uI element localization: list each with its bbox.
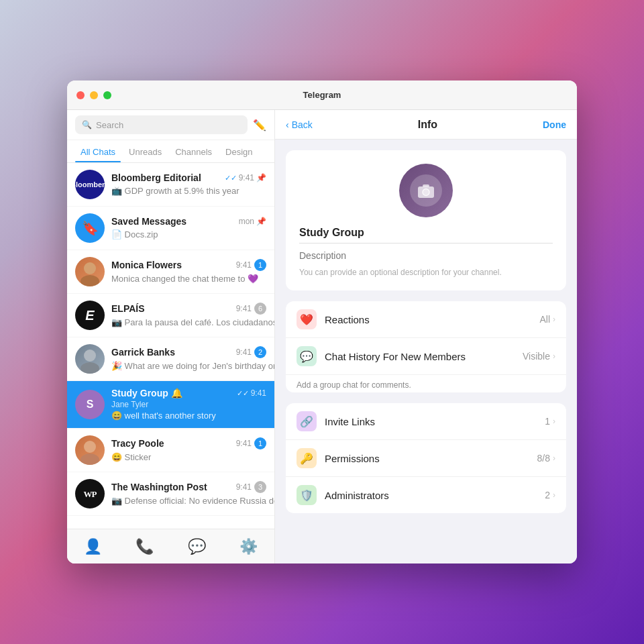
unread-badge: 6 — [254, 303, 266, 315]
group-avatar[interactable] — [399, 164, 453, 217]
chat-preview: 📄 Docs.zip — [111, 229, 158, 239]
list-item[interactable]: Monica Flowers 9:41 1 Monica changed the… — [67, 250, 274, 294]
chat-name: Tracy Poole — [111, 438, 164, 449]
titlebar: Telegram — [67, 80, 577, 110]
chevron-right-icon: › — [553, 417, 555, 426]
chat-time: mon — [239, 217, 254, 226]
chat-name: Monica Flowers — [111, 260, 182, 270]
chat-history-value: Visible — [523, 351, 550, 362]
chat-sender: Jane Tyler — [111, 400, 266, 409]
chat-info: The Washington Post 9:41 3 📷 Defense off… — [111, 481, 266, 506]
chat-preview: 😄 Sticker — [111, 452, 151, 462]
panel-title: Info — [418, 119, 437, 131]
chat-preview: Monica changed the chat theme to 💜 — [111, 274, 258, 284]
contacts-nav-icon[interactable]: 👤 — [84, 538, 102, 555]
settings-reactions-section: ❤️ Reactions All › 💬 Chat History For Ne… — [286, 301, 566, 392]
done-button[interactable]: Done — [543, 119, 566, 130]
svg-point-9 — [423, 189, 429, 196]
chat-info: Bloomberg Editorial ✓✓ 9:41 📌 📺 GDP grow… — [111, 172, 266, 197]
chat-history-label: Chat History For New Members — [325, 351, 466, 362]
chat-name: Study Group 🔔 — [111, 388, 182, 398]
settings-admin-section: 🔗 Invite Links 1 › 🔑 Permissions — [286, 403, 566, 513]
main-content: 🔍 Search ✏️ All Chats Unreads Channels D… — [67, 110, 577, 564]
avatar — [75, 435, 105, 465]
svg-point-0 — [84, 262, 96, 274]
unread-badge: 1 — [254, 259, 266, 271]
chevron-right-icon: › — [553, 453, 555, 463]
reactions-row[interactable]: ❤️ Reactions All › — [286, 301, 566, 338]
list-item[interactable]: Garrick Banks 9:41 2 🎉 What are we doing… — [67, 337, 274, 381]
chats-nav-icon[interactable]: 💬 — [188, 538, 206, 555]
list-item[interactable]: Bloomberg Bloomberg Editorial ✓✓ 9:41 📌 … — [67, 163, 274, 207]
maximize-button[interactable] — [103, 91, 111, 99]
chat-time: 9:41 — [236, 304, 252, 313]
group-name-input[interactable] — [299, 227, 553, 244]
chat-info: Study Group 🔔 ✓✓ 9:41 Jane Tyler 😄 well … — [111, 388, 266, 421]
avatar: WP — [75, 479, 105, 508]
close-button[interactable] — [76, 91, 85, 99]
minimize-button[interactable] — [90, 91, 98, 99]
back-label: Back — [292, 119, 313, 130]
tab-channels[interactable]: Channels — [170, 144, 217, 162]
unread-badge: 3 — [254, 481, 266, 493]
svg-point-3 — [80, 362, 99, 374]
double-tick-icon: ✓✓ — [237, 389, 249, 398]
reactions-label: Reactions — [325, 314, 370, 325]
reactions-value: All — [539, 314, 550, 325]
avatar: S — [75, 390, 105, 419]
chat-name: Bloomberg Editorial — [111, 172, 201, 183]
svg-point-2 — [84, 350, 96, 362]
administrators-row[interactable]: 🛡️ Administrators 2 › — [286, 477, 566, 513]
chat-preview: 📺 GDP growth at 5.9% this year — [111, 186, 239, 196]
description-input[interactable] — [299, 250, 553, 264]
chat-time: 9:41 — [236, 439, 252, 448]
administrators-icon: 🛡️ — [297, 485, 317, 505]
administrators-label: Administrators — [325, 490, 389, 501]
chat-preview: 😄 well that's another story — [111, 411, 216, 421]
permissions-icon: 🔑 — [297, 448, 317, 468]
compose-icon[interactable]: ✏️ — [253, 119, 266, 131]
tab-design[interactable]: Design — [220, 144, 258, 162]
chat-time: 9:41 — [236, 482, 252, 492]
invite-links-row[interactable]: 🔗 Invite Links 1 › — [286, 403, 566, 440]
chat-preview: 📷 Para la pausa del café. Los ciudadanos… — [111, 317, 274, 327]
chat-time: 9:41 — [236, 347, 252, 357]
chat-tabs: All Chats Unreads Channels Design — [67, 140, 274, 163]
back-button[interactable]: ‹ Back — [286, 119, 313, 130]
list-item[interactable]: Tracy Poole 9:41 1 😄 Sticker — [67, 429, 274, 472]
double-tick-icon: ✓✓ — [225, 174, 237, 182]
chat-history-row[interactable]: 💬 Chat History For New Members Visible › — [286, 338, 566, 375]
chat-list: Bloomberg Bloomberg Editorial ✓✓ 9:41 📌 … — [67, 163, 274, 529]
permissions-value: 8/8 — [537, 453, 550, 464]
bottom-nav: 👤 📞 💬 ⚙️ — [67, 529, 274, 564]
chat-time: 9:41 — [236, 260, 252, 270]
invite-links-icon: 🔗 — [297, 411, 317, 431]
comment-hint: Add a group chat for comments. — [286, 375, 566, 392]
profile-section: You can provide an optional description … — [286, 150, 566, 290]
unread-badge: 1 — [254, 437, 266, 449]
svg-point-1 — [80, 275, 99, 286]
svg-point-5 — [80, 453, 99, 465]
chat-name: ELPAÍS — [111, 303, 145, 314]
list-item[interactable]: WP The Washington Post 9:41 3 📷 Defense … — [67, 472, 274, 516]
invite-links-value: 1 — [545, 416, 550, 427]
list-item[interactable]: 🔖 Saved Messages mon 📌 📄 Docs.zip — [67, 207, 274, 250]
right-header: ‹ Back Info Done — [275, 110, 577, 140]
traffic-lights — [76, 91, 111, 99]
chat-info: Tracy Poole 9:41 1 😄 Sticker — [111, 437, 266, 463]
chat-preview: 📷 Defense official: No evidence Russia d… — [111, 496, 274, 506]
tab-all-chats[interactable]: All Chats — [75, 144, 121, 162]
list-item[interactable]: S Study Group 🔔 ✓✓ 9:41 Jane Tyler 😄 wel… — [67, 381, 274, 429]
chat-info: ELPAÍS 9:41 6 📷 Para la pausa del café. … — [111, 303, 266, 328]
list-item[interactable]: E ELPAÍS 9:41 6 📷 Para la pausa del café… — [67, 294, 274, 337]
chat-info: Monica Flowers 9:41 1 Monica changed the… — [111, 259, 266, 284]
description-hint: You can provide an optional description … — [299, 268, 502, 277]
tab-unreads[interactable]: Unreads — [123, 144, 167, 162]
svg-rect-10 — [423, 184, 429, 187]
right-content: You can provide an optional description … — [275, 140, 577, 564]
permissions-row[interactable]: 🔑 Permissions 8/8 › — [286, 440, 566, 477]
calls-nav-icon[interactable]: 📞 — [136, 538, 154, 555]
search-box[interactable]: 🔍 Search — [75, 115, 248, 134]
settings-nav-icon[interactable]: ⚙️ — [239, 538, 258, 555]
pin-icon: 📌 — [256, 217, 266, 226]
